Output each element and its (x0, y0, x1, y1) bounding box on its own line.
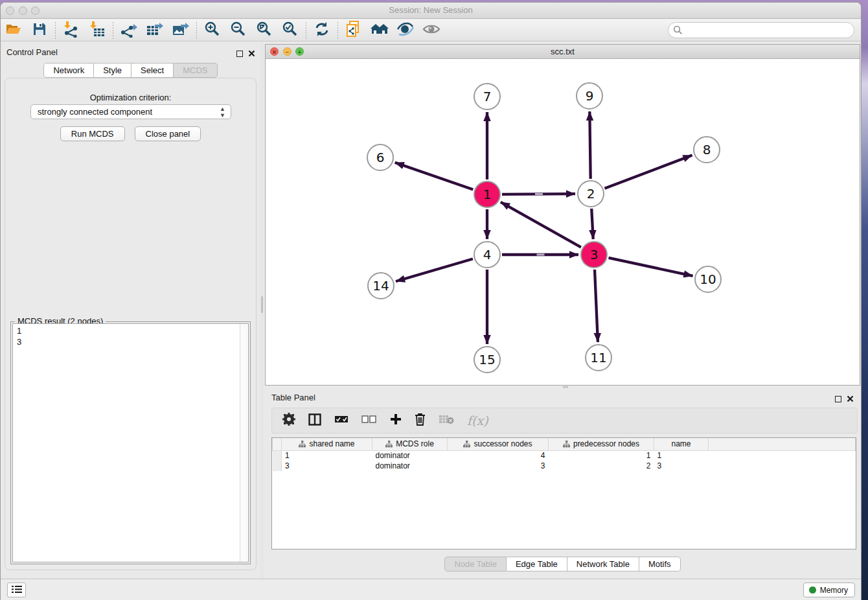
edge-label-tick (537, 254, 545, 256)
toolbar-separator (337, 22, 338, 39)
import-table-button[interactable] (84, 21, 110, 40)
graph-edge-2-8[interactable] (605, 156, 692, 189)
float-table-panel-icon[interactable] (835, 396, 841, 402)
graph-edge-3-11[interactable] (595, 270, 598, 342)
graph-edge-3-10[interactable] (608, 258, 692, 276)
run-mcds-button[interactable]: Run MCDS (60, 126, 125, 141)
table-row[interactable]: 3 dominator 3 2 3 (273, 461, 856, 471)
zoom-fit-icon (256, 21, 273, 40)
deselect-all-icon[interactable] (361, 415, 377, 426)
criterion-select[interactable]: strongly connected component ▲▼ (30, 104, 231, 119)
zoom-selected-button[interactable] (277, 21, 303, 40)
column-header-shared-name[interactable]: shared name (282, 438, 372, 450)
search-icon (673, 25, 683, 38)
memory-button[interactable]: Memory (803, 583, 855, 597)
close-panel-button[interactable]: Close panel (135, 126, 201, 141)
toolbar-separator (306, 22, 306, 39)
column-header-predecessor-nodes[interactable]: predecessor nodes (549, 438, 654, 450)
tab-network-table[interactable]: Network Table (567, 557, 639, 571)
import-network-button[interactable] (58, 21, 84, 40)
hierarchy-icon (463, 441, 470, 448)
column-header-name[interactable]: name (654, 438, 709, 450)
task-history-button[interactable] (7, 583, 26, 597)
result-line: 1 (17, 325, 248, 336)
home-icon (370, 22, 389, 39)
import-network-icon (63, 21, 80, 40)
tab-mcds[interactable]: MCDS (174, 63, 217, 78)
graph-edge-2-9[interactable] (589, 111, 590, 179)
add-column-icon[interactable] (390, 413, 402, 428)
graph-node-10[interactable]: 10 (694, 266, 722, 293)
mcds-result-group: MCDS result (2 nodes) 1 3 (10, 321, 251, 564)
home-button[interactable] (367, 21, 393, 40)
network-canvas[interactable]: 7968124314101511 (266, 59, 860, 385)
close-panel-icon[interactable] (248, 48, 255, 60)
tab-edge-table[interactable]: Edge Table (507, 557, 567, 571)
graph-node-8[interactable]: 8 (693, 136, 720, 163)
graph-node-2[interactable]: 2 (577, 180, 604, 207)
tab-node-table[interactable]: Node Table (444, 557, 507, 571)
graph-node-15[interactable]: 15 (474, 346, 501, 373)
result-scrollbar[interactable] (240, 324, 248, 562)
export-image-icon (172, 21, 190, 40)
export-image-button[interactable] (168, 21, 194, 40)
export-table-button[interactable] (142, 21, 168, 40)
graph-edge-3-1[interactable] (501, 202, 581, 248)
result-line: 3 (17, 336, 248, 347)
tab-motifs[interactable]: Motifs (639, 557, 681, 571)
table-row[interactable]: 1 dominator 4 1 1 (273, 450, 856, 461)
control-panel-header: Control Panel (1, 43, 260, 60)
graph-node-3[interactable]: 3 (580, 241, 608, 268)
row-header (273, 450, 282, 461)
gear-icon[interactable] (282, 413, 295, 428)
graph-node-4[interactable]: 4 (474, 241, 501, 268)
zoom-in-button[interactable] (200, 21, 225, 40)
delete-icon[interactable] (415, 413, 426, 428)
close-table-panel-icon[interactable] (847, 393, 854, 405)
graph-node-9[interactable]: 9 (576, 82, 603, 110)
zoom-fit-button[interactable] (251, 21, 277, 40)
row-header (273, 438, 282, 450)
graph-edge-2-3[interactable] (591, 209, 593, 239)
column-header-successor-nodes[interactable]: successor nodes (448, 438, 549, 450)
save-session-button[interactable] (27, 21, 52, 40)
open-session-button[interactable] (1, 21, 27, 40)
graph-edge-1-6[interactable] (395, 163, 474, 190)
float-panel-icon[interactable] (236, 51, 243, 57)
control-panel: Control Panel Network Style Select MCDS … (1, 42, 260, 579)
open-session-icon (5, 22, 22, 39)
clone-network-button[interactable] (341, 21, 367, 40)
eye-button[interactable] (418, 21, 444, 40)
zoom-out-button[interactable] (225, 21, 251, 40)
layout-refresh-button[interactable] (309, 21, 335, 40)
table-panel: Table Panel (265, 388, 860, 577)
table-panel-title: Table Panel (271, 393, 315, 402)
tab-network[interactable]: Network (43, 63, 94, 78)
graph-node-6[interactable]: 6 (367, 144, 394, 171)
search-input[interactable] (668, 22, 854, 38)
columns-icon[interactable] (308, 413, 321, 428)
memory-label: Memory (820, 586, 848, 595)
graph-edge-4-14[interactable] (396, 259, 473, 281)
memory-status-icon (809, 586, 816, 594)
zoom-selected-icon (282, 21, 299, 40)
export-network-button[interactable] (116, 21, 142, 40)
toolbar-separator (55, 22, 56, 39)
optimization-criterion-label: Optimization criterion: (5, 93, 256, 102)
graph-node-14[interactable]: 14 (367, 272, 394, 299)
node-table[interactable]: shared name MCDS role successor nodes pr… (271, 437, 856, 549)
graph-node-11[interactable]: 11 (585, 344, 612, 371)
column-header-mcds-role[interactable]: MCDS role (372, 438, 448, 450)
mcds-result-text[interactable]: 1 3 (12, 323, 249, 562)
save-session-icon (32, 22, 47, 39)
tab-style[interactable]: Style (94, 63, 131, 78)
select-all-icon[interactable] (334, 415, 348, 426)
list-icon (12, 584, 22, 596)
mcds-tab-pane: Optimization criterion: strongly connect… (5, 78, 257, 570)
clone-network-icon (345, 20, 362, 41)
graph-node-1[interactable]: 1 (474, 181, 501, 208)
tab-select[interactable]: Select (131, 63, 174, 78)
toggle-details-button[interactable] (393, 21, 418, 40)
network-view-titlebar: × − + scc.txt (266, 45, 860, 59)
graph-node-7[interactable]: 7 (474, 83, 501, 110)
